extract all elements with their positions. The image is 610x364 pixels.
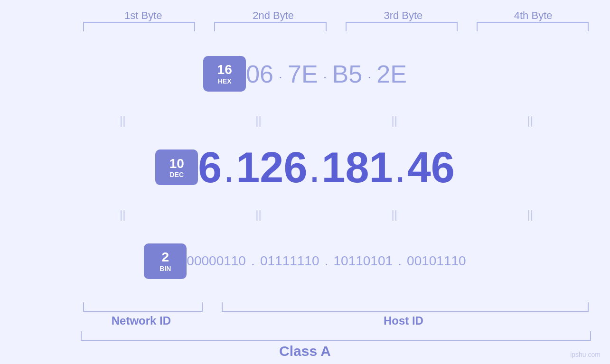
dec-val-2: 126: [236, 146, 307, 189]
dec-badge-label: DEC: [169, 171, 184, 178]
bottom-bracket-host: [222, 302, 589, 312]
equals-1-1: ||: [62, 114, 183, 127]
dec-dot-2: .: [307, 143, 321, 192]
byte-headers-row: 1st Byte 2nd Byte 3rd Byte 4th Byte: [19, 9, 591, 22]
equals-2-3: ||: [334, 208, 455, 221]
dec-val-4: 46: [407, 146, 455, 189]
bin-badge-number: 2: [162, 250, 169, 265]
byte-header-4: 4th Byte: [475, 9, 591, 22]
top-bracket-2: [214, 22, 326, 31]
bin-dot-3: .: [393, 253, 407, 269]
dec-val-1: 6: [198, 146, 222, 189]
equals-row-2: || || || ||: [19, 208, 591, 221]
hex-values-area: 06 . 7E . B5 . 2E: [246, 60, 407, 88]
dot-1: .: [273, 66, 288, 82]
top-brackets-row: [19, 22, 591, 31]
dec-val-3: 181: [321, 146, 393, 189]
hex-badge: 16 HEX: [203, 56, 246, 92]
main-container: 1st Byte 2nd Byte 3rd Byte 4th Byte 16 H…: [0, 0, 610, 364]
host-id-label: Host ID: [216, 314, 591, 327]
bottom-bracket-network: [83, 302, 203, 312]
top-bracket-3: [346, 22, 458, 31]
dec-dot-1: .: [222, 143, 236, 192]
equals-inner-1: || || || ||: [62, 114, 591, 127]
dot-3: .: [362, 66, 376, 82]
dec-badge: 10 DEC: [155, 149, 198, 185]
hex-badge-number: 16: [217, 63, 232, 77]
byte-header-3: 3rd Byte: [346, 9, 461, 22]
byte-header-1: 1st Byte: [85, 9, 201, 22]
top-bracket-4: [477, 22, 589, 31]
hex-val-1: 06: [246, 60, 273, 88]
class-section: Class A: [19, 331, 591, 359]
bin-row: 2 BIN 00000110 . 01111110 . 10110101 . 0…: [144, 221, 466, 301]
bin-badge-label: BIN: [160, 265, 171, 272]
hex-val-3: B5: [332, 60, 363, 88]
byte-header-2: 2nd Byte: [216, 9, 331, 22]
bin-val-1: 00000110: [187, 253, 246, 269]
top-bracket-1: [83, 22, 195, 31]
bin-dot-2: .: [319, 253, 334, 269]
byte-headers-inner: 1st Byte 2nd Byte 3rd Byte 4th Byte: [85, 9, 591, 22]
bin-val-4: 00101110: [407, 253, 466, 269]
bin-val-3: 10110101: [334, 253, 393, 269]
dec-badge-number: 10: [169, 157, 184, 171]
equals-1-4: ||: [469, 114, 591, 127]
equals-2-1: ||: [62, 208, 183, 221]
hex-val-2: 7E: [288, 60, 318, 88]
equals-2-2: ||: [197, 208, 319, 221]
class-bracket: [81, 331, 591, 341]
watermark: ipshu.com: [570, 351, 601, 358]
class-a-label: Class A: [19, 343, 591, 359]
dec-values-area: 6 . 126 . 181 . 46: [198, 143, 455, 192]
equals-row-1: || || || ||: [19, 114, 591, 127]
network-id-label: Network ID: [81, 314, 202, 327]
equals-inner-2: || || || ||: [62, 208, 591, 221]
bin-badge: 2 BIN: [144, 243, 187, 279]
dot-2: .: [318, 66, 332, 82]
bin-values-area: 00000110 . 01111110 . 10110101 . 0010111…: [187, 253, 466, 269]
dec-dot-3: .: [393, 143, 407, 192]
equals-2-4: ||: [469, 208, 591, 221]
bottom-brackets-row: [19, 302, 591, 312]
bin-val-2: 01111110: [260, 253, 319, 269]
id-labels-row: Network ID Host ID: [19, 314, 591, 327]
dec-row: 10 DEC 6 . 126 . 181 . 46: [155, 127, 455, 207]
hex-val-4: 2E: [376, 60, 407, 88]
equals-1-2: ||: [197, 114, 319, 127]
bin-dot-1: .: [246, 253, 260, 269]
hex-row: 16 HEX 06 . 7E . B5 . 2E: [203, 34, 407, 114]
hex-badge-label: HEX: [218, 77, 232, 85]
equals-1-3: ||: [334, 114, 455, 127]
